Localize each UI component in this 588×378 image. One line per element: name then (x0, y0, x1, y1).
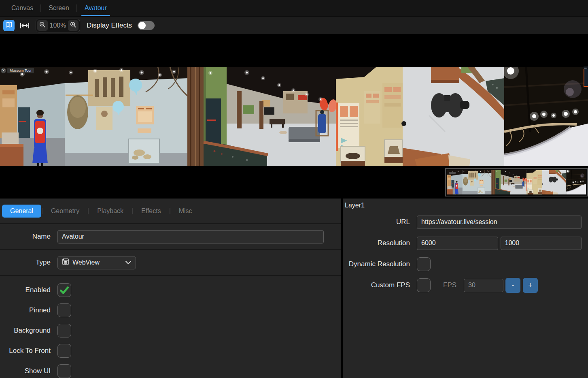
tab-misc[interactable]: Misc (171, 205, 200, 218)
zoom-out-button[interactable] (37, 20, 48, 31)
dynamic-resolution-row: Dynamic Resolution (345, 254, 588, 275)
pan-map-button[interactable] (3, 20, 15, 31)
show-ui-label: Show UI (0, 367, 51, 375)
resolution-height-input[interactable] (501, 237, 582, 250)
preview-thumbnail[interactable] (445, 168, 588, 196)
custom-fps-label: Custom FPS (345, 281, 410, 289)
show-ui-checkbox[interactable] (57, 364, 71, 378)
tab-playback[interactable]: Playback (89, 205, 132, 218)
tab-canvas[interactable]: Canvas (4, 0, 40, 16)
checkbox-group: Enabled Pinned Background (0, 276, 341, 378)
layer-title: Layer1 (345, 202, 588, 209)
fps-label: FPS (443, 281, 456, 289)
name-input[interactable] (57, 230, 324, 243)
pinned-row: Pinned (0, 300, 341, 320)
chevron-down-icon (125, 259, 132, 266)
custom-fps-checkbox[interactable] (417, 278, 431, 292)
zoom-controls: 100% (36, 19, 80, 32)
toggle-knob (138, 22, 146, 29)
remote-participant-widget[interactable] (584, 66, 588, 87)
panorama-image[interactable] (0, 67, 588, 166)
type-row: Type WebView (0, 250, 341, 276)
avatour-app: Canvas Screen Avatour (0, 0, 588, 378)
lock-to-front-row: Lock To Front (0, 341, 341, 361)
pinned-checkbox[interactable] (57, 303, 71, 317)
tab-separator (42, 208, 42, 214)
canvas-toolbar: 100% Display Effects (0, 16, 588, 34)
tab-geometry[interactable]: Geometry (43, 205, 87, 218)
tab-separator (132, 208, 133, 214)
type-value: WebView (72, 259, 125, 266)
tab-avatour[interactable]: Avatour (77, 0, 114, 16)
enabled-row: Enabled (0, 280, 341, 300)
pinned-label: Pinned (0, 306, 51, 314)
tab-separator (88, 208, 89, 214)
magnifier-minus-icon (39, 21, 46, 29)
map-icon (5, 21, 13, 30)
magnifier-plus-icon (70, 21, 76, 29)
name-label: Name (0, 233, 51, 241)
fps-input[interactable] (464, 279, 503, 292)
scene-chip: ✕ Museum Tour (1, 68, 34, 73)
type-dropdown[interactable]: WebView (57, 256, 136, 269)
display-effects-toggle[interactable] (138, 21, 155, 30)
tab-separator (170, 208, 170, 214)
webview-icon (62, 258, 69, 267)
tab-screen[interactable]: Screen (41, 0, 76, 16)
scene-label: Museum Tour (7, 68, 34, 73)
url-row: URL (345, 211, 588, 233)
dynamic-resolution-label: Dynamic Resolution (345, 260, 410, 268)
lock-to-front-checkbox[interactable] (57, 344, 71, 358)
resolution-label: Resolution (345, 239, 410, 247)
thumbnail-scene-chip (449, 172, 456, 174)
url-input[interactable] (417, 216, 582, 229)
background-label: Background (0, 327, 51, 335)
layer-properties-panel: General Geometry Playback Effects Misc N… (0, 199, 341, 378)
name-row: Name (0, 224, 341, 250)
resolution-row: Resolution (345, 233, 588, 254)
properties-area: General Geometry Playback Effects Misc N… (0, 199, 588, 378)
resolution-width-input[interactable] (417, 237, 498, 250)
layer-source-panel: Layer1 URL Resolution Dynamic Resolution (343, 199, 588, 378)
zoom-in-button[interactable] (68, 20, 79, 31)
tab-effects[interactable]: Effects (133, 205, 169, 218)
show-ui-row: Show UI (0, 361, 341, 378)
fit-width-icon[interactable] (19, 20, 31, 31)
dynamic-resolution-checkbox[interactable] (417, 257, 431, 271)
window-tabbar: Canvas Screen Avatour (0, 0, 588, 16)
background-checkbox[interactable] (57, 324, 71, 337)
widget-controls-icon (584, 66, 588, 69)
tab-general[interactable]: General (2, 205, 41, 218)
enabled-label: Enabled (0, 286, 51, 294)
fps-decrement-button[interactable]: - (505, 278, 520, 293)
thumbnail-panorama (447, 170, 586, 194)
properties-tabbar: General Geometry Playback Effects Misc (0, 199, 341, 224)
url-label: URL (345, 218, 410, 226)
display-effects-label: Display Effects (87, 21, 132, 30)
background-row: Background (0, 320, 341, 341)
check-icon (59, 285, 70, 295)
widget-video-feed (584, 69, 588, 87)
custom-fps-row: Custom FPS FPS - + (345, 275, 588, 296)
close-icon[interactable]: ✕ (1, 68, 6, 73)
canvas-viewport[interactable]: ✕ Museum Tour (0, 34, 588, 199)
enabled-checkbox[interactable] (57, 283, 71, 297)
lock-to-front-label: Lock To Front (0, 347, 51, 355)
fps-increment-button[interactable]: + (523, 278, 538, 293)
zoom-level: 100% (48, 22, 68, 29)
type-label: Type (0, 258, 51, 267)
